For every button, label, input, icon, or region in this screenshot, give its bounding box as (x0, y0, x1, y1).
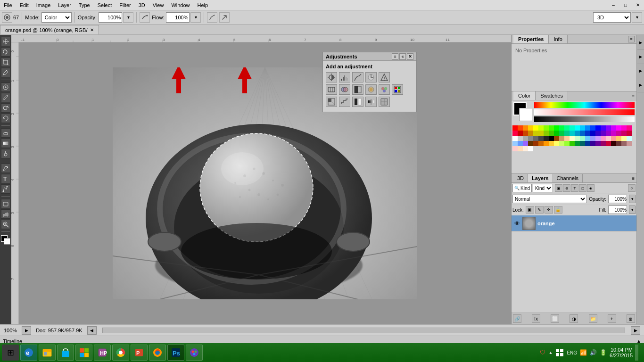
swatch-item[interactable] (585, 136, 590, 141)
menu-layer[interactable]: Layer (54, 1, 75, 9)
swatch-item[interactable] (601, 141, 606, 146)
tab-layers[interactable]: Layers (528, 174, 553, 182)
adj-channel-mixer[interactable] (379, 84, 390, 95)
swatch-item[interactable] (554, 141, 559, 146)
swatch-item[interactable] (595, 141, 601, 146)
tool-crop[interactable] (1, 58, 10, 67)
swatch-item[interactable] (616, 131, 621, 136)
swatch-item[interactable] (601, 136, 606, 141)
adj-brightness[interactable] (326, 72, 337, 82)
tray-network[interactable]: 📶 (580, 349, 587, 356)
flow-input[interactable] (166, 12, 190, 23)
taskbar-ie[interactable]: e (20, 345, 37, 361)
tool-text[interactable]: T (1, 174, 10, 183)
tool-move[interactable] (1, 37, 10, 46)
swatch-item[interactable] (549, 131, 554, 136)
taskbar-explorer[interactable] (39, 345, 56, 361)
swatch-item[interactable] (564, 136, 570, 141)
tray-show-hidden[interactable]: ▲ (548, 350, 553, 355)
menu-file[interactable]: File (0, 1, 16, 9)
tab-channels[interactable]: Channels (553, 174, 583, 182)
menu-window[interactable]: Window (167, 1, 193, 9)
tool-eyedropper[interactable] (1, 68, 10, 77)
tool-zoom[interactable] (1, 220, 10, 229)
fg-bg-colors[interactable] (1, 235, 10, 245)
scroll-left-btn[interactable]: ◀ (87, 326, 97, 335)
adj-hue-sat[interactable] (326, 84, 337, 95)
taskbar-chrome[interactable] (112, 345, 129, 361)
swatch-item[interactable] (585, 141, 590, 146)
swatch-item[interactable] (627, 141, 632, 146)
tray-datetime[interactable]: 10:04 PM 6/27/2015 (610, 347, 633, 358)
swatch-item[interactable] (518, 131, 523, 136)
swatch-item[interactable] (528, 141, 533, 146)
swatch-item[interactable] (570, 136, 575, 141)
swatch-item[interactable] (611, 125, 616, 131)
tool-heal[interactable] (1, 82, 10, 92)
swatch-item[interactable] (554, 125, 559, 131)
swatch-item[interactable] (554, 136, 559, 141)
hue-bar[interactable] (534, 102, 635, 108)
saturation-bar[interactable] (534, 109, 635, 115)
adj-exposure[interactable] (365, 72, 377, 82)
swatch-item[interactable] (544, 141, 549, 146)
swatch-item[interactable] (627, 125, 632, 131)
adj-posterize[interactable] (339, 97, 350, 107)
swatch-item[interactable] (570, 141, 575, 146)
swatch-item[interactable] (590, 141, 595, 146)
swatch-item[interactable] (544, 125, 549, 131)
tool-shape[interactable] (1, 199, 10, 208)
lock-paint-btn[interactable]: ✎ (535, 206, 544, 214)
new-group-btn[interactable]: 📁 (589, 314, 597, 323)
swatch-item[interactable] (559, 131, 564, 136)
swatch-item[interactable] (564, 131, 570, 136)
taskbar-app5[interactable]: HP (94, 345, 111, 361)
swatch-item[interactable] (538, 131, 544, 136)
swatch-item[interactable] (512, 146, 518, 151)
swatch-item[interactable] (621, 141, 627, 146)
taskbar-store[interactable] (57, 345, 74, 361)
swatch-item[interactable] (564, 141, 570, 146)
adj-bw[interactable] (352, 84, 363, 95)
lock-pixel-btn[interactable]: ▣ (526, 206, 534, 214)
swatch-item[interactable] (528, 131, 533, 136)
adj-color-balance[interactable] (339, 84, 350, 95)
tool-lasso[interactable] (1, 47, 10, 57)
tab-swatches[interactable]: Swatches (536, 91, 568, 100)
win-maximize[interactable]: □ (619, 0, 632, 10)
brush-preset-btn[interactable] (2, 12, 12, 23)
swatch-item[interactable] (528, 136, 533, 141)
tab-close-btn[interactable]: ✕ (90, 27, 94, 33)
swatch-item[interactable] (518, 125, 523, 131)
tool-eraser[interactable] (1, 128, 10, 138)
swatch-item[interactable] (575, 141, 580, 146)
swatch-item[interactable] (627, 136, 632, 141)
tool-hand[interactable] (1, 209, 10, 219)
delete-layer-btn[interactable]: 🗑 (627, 314, 635, 323)
swatch-item[interactable] (616, 125, 621, 131)
swatch-item[interactable] (575, 136, 580, 141)
menu-select[interactable]: Select (94, 1, 116, 9)
swatch-item[interactable] (523, 141, 528, 146)
swatch-item[interactable] (538, 125, 544, 131)
view-select-right[interactable]: 3D Essentials (593, 12, 631, 23)
side-icon-4[interactable]: ▶ (637, 78, 644, 92)
swatch-item[interactable] (533, 141, 538, 146)
swatch-item[interactable] (559, 141, 564, 146)
filter-toggle[interactable]: ○ (628, 184, 636, 192)
adj-threshold[interactable] (352, 97, 363, 107)
swatch-item[interactable] (528, 146, 533, 151)
layer-visibility-eye[interactable]: 👁 (513, 220, 521, 227)
new-layer-btn[interactable]: + (608, 314, 616, 323)
swatch-item[interactable] (595, 136, 601, 141)
taskbar-color-app[interactable] (75, 345, 92, 361)
tray-battery[interactable]: 🔋 (600, 349, 607, 356)
swatch-item[interactable] (580, 141, 585, 146)
swatch-item[interactable] (595, 131, 601, 136)
swatch-item[interactable] (611, 136, 616, 141)
swatch-item[interactable] (590, 125, 595, 131)
start-button[interactable]: ⊞ (2, 345, 19, 361)
btn-smooth[interactable] (207, 12, 217, 23)
swatch-item[interactable] (611, 131, 616, 136)
airbrush-btn[interactable] (140, 12, 150, 23)
